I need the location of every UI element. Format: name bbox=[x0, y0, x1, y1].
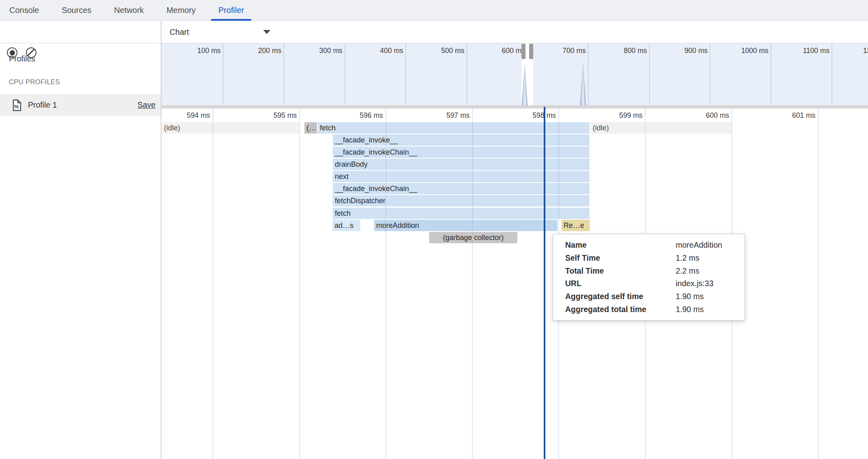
triangle-down-icon bbox=[263, 30, 270, 34]
flame-frame-next[interactable]: next bbox=[333, 171, 589, 182]
timeline-scrub-strip bbox=[161, 105, 868, 108]
cpu-activity-spike bbox=[580, 62, 586, 105]
tooltip-label: Total Time bbox=[565, 265, 676, 278]
flame-frame-re-e[interactable]: Re…e bbox=[562, 220, 590, 231]
ruler-tick-label: 601 ms bbox=[753, 110, 815, 120]
tooltip-value: 1.2 ms bbox=[676, 252, 735, 265]
flame-frame--idle-[interactable]: (idle) bbox=[591, 122, 732, 134]
tooltip-label: Self Time bbox=[565, 252, 676, 265]
tooltip-row: URLindex.js:33 bbox=[565, 277, 735, 290]
tooltip-label: Name bbox=[565, 239, 676, 252]
flame-frame--facade-invoke-[interactable]: __facade_invoke__ bbox=[333, 134, 589, 146]
view-mode-label: Chart bbox=[167, 28, 189, 37]
ruler-tick-label: 598 ms bbox=[494, 110, 556, 120]
chart-gridline bbox=[299, 108, 300, 459]
ruler-tick-label: 599 ms bbox=[580, 110, 642, 120]
flame-frame-fetch[interactable]: fetch bbox=[333, 208, 589, 219]
overview-tick-label: 700 ms bbox=[527, 45, 586, 56]
profile-list-item[interactable]: % Profile 1 Save bbox=[0, 94, 161, 116]
toolbar-divider bbox=[0, 43, 868, 44]
flame-frame-fetchdispatcher[interactable]: fetchDispatcher bbox=[333, 195, 589, 206]
tooltip-value: moreAddition bbox=[676, 239, 735, 252]
chart-gridline bbox=[213, 108, 213, 459]
tab-bar: ConsoleSourcesNetworkMemoryProfiler bbox=[0, 0, 868, 21]
tooltip-value: 1.90 ms bbox=[676, 303, 735, 316]
svg-text:%: % bbox=[14, 104, 19, 110]
tooltip-label: Aggregated self time bbox=[565, 290, 676, 303]
overview-tick-label: 600 ms bbox=[466, 45, 525, 56]
selection-left-handle[interactable] bbox=[521, 44, 525, 59]
flame-frame--facade-invokechain-[interactable]: __facade_invokeChain__ bbox=[333, 147, 589, 158]
tooltip-row: Aggregated self time1.90 ms bbox=[565, 290, 735, 303]
tab-sources[interactable]: Sources bbox=[55, 0, 97, 21]
overview-tick-label: 200 ms bbox=[223, 45, 281, 56]
flame-frame-ad-s[interactable]: ad…s bbox=[332, 220, 360, 231]
overview-tick-label: 800 ms bbox=[588, 45, 647, 56]
profile-document-icon: % bbox=[12, 99, 22, 111]
flame-frame--facade-invokechain-[interactable]: __facade_invokeChain__ bbox=[333, 183, 589, 194]
ruler-tick-label: 594 ms bbox=[161, 110, 210, 120]
flame-frame--idle-[interactable]: (idle) bbox=[162, 122, 299, 134]
tooltip-row: Total Time2.2 ms bbox=[565, 265, 735, 278]
ruler-tick-label: 595 ms bbox=[234, 110, 297, 120]
overview-tick-label: 400 ms bbox=[345, 45, 403, 56]
tooltip-value: 1.90 ms bbox=[676, 290, 735, 303]
tooltip-label: Aggregated total time bbox=[565, 303, 676, 316]
save-profile-link[interactable]: Save bbox=[138, 100, 155, 110]
profiles-heading: Profiles bbox=[9, 54, 35, 64]
flame-frame-moreaddition[interactable]: moreAddition bbox=[374, 220, 557, 231]
web-inspector-profiler-panel: ConsoleSourcesNetworkMemoryProfiler Prof… bbox=[0, 0, 868, 459]
flame-chart: 594 ms595 ms596 ms597 ms598 ms599 ms600 … bbox=[161, 108, 868, 459]
tooltip-row: Self Time1.2 ms bbox=[565, 252, 735, 265]
profile-name: Profile 1 bbox=[28, 100, 57, 110]
flame-frame-fetch[interactable]: fetch bbox=[318, 122, 589, 134]
selection-right-handle[interactable] bbox=[529, 44, 533, 59]
overview-tick-label: 500 ms bbox=[406, 45, 464, 56]
flame-frame--garbage-collector-[interactable]: (garbage collector) bbox=[429, 232, 517, 243]
tooltip-row: NamemoreAddition bbox=[565, 239, 735, 252]
flame-frame--[interactable]: (… bbox=[304, 122, 317, 134]
frame-tooltip: NamemoreAdditionSelf Time1.2 msTotal Tim… bbox=[553, 234, 745, 321]
sidebar-toolbar bbox=[0, 21, 161, 43]
ruler-tick-label: 597 ms bbox=[407, 110, 470, 120]
sidebar-divider bbox=[161, 21, 162, 459]
cpu-activity-spike bbox=[522, 64, 528, 105]
overview-tick-label: 1200 ms bbox=[832, 45, 868, 56]
tab-console[interactable]: Console bbox=[3, 0, 45, 21]
cpu-profiles-section-heading: CPU PROFILES bbox=[9, 78, 60, 86]
ruler-tick-label: 600 ms bbox=[667, 110, 729, 120]
chart-gridline bbox=[385, 108, 386, 459]
flame-frame-drainbody[interactable]: drainBody bbox=[333, 159, 589, 170]
tooltip-value: index.js:33 bbox=[676, 277, 735, 290]
overview-tick-label: 100 ms bbox=[162, 45, 221, 56]
overview-tick-label: 300 ms bbox=[284, 45, 343, 56]
tab-memory[interactable]: Memory bbox=[160, 0, 202, 21]
overview-tick-label: 1100 ms bbox=[771, 45, 830, 56]
chart-gridline bbox=[818, 108, 819, 459]
tab-network[interactable]: Network bbox=[108, 0, 150, 21]
overview-tick-label: 900 ms bbox=[649, 45, 708, 56]
chart-gridline bbox=[472, 108, 473, 459]
current-time-marker bbox=[544, 107, 545, 459]
view-mode-dropdown[interactable]: Chart bbox=[167, 21, 270, 43]
tab-profiler[interactable]: Profiler bbox=[212, 0, 250, 21]
tooltip-row: Aggregated total time1.90 ms bbox=[565, 303, 735, 316]
timeline-overview[interactable]: 100 ms200 ms300 ms400 ms500 ms600 ms700 … bbox=[161, 43, 868, 105]
tooltip-value: 2.2 ms bbox=[676, 265, 735, 278]
tooltip-label: URL bbox=[565, 277, 676, 290]
overview-tick-label: 1000 ms bbox=[710, 45, 768, 56]
ruler-tick-label: 596 ms bbox=[321, 110, 383, 120]
